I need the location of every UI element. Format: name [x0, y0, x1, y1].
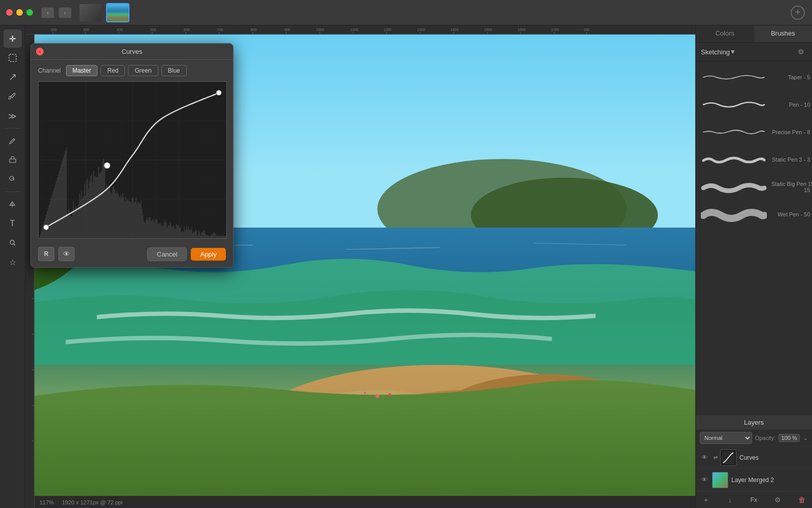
- preview-toggle-button[interactable]: 👁: [58, 247, 75, 261]
- curves-graph[interactable]: [38, 81, 226, 239]
- svg-text:1600: 1600: [518, 28, 526, 31]
- channel-blue-button[interactable]: Blue: [161, 65, 187, 76]
- svg-text:1400: 1400: [451, 28, 459, 31]
- back-button[interactable]: ‹: [41, 7, 54, 18]
- svg-text:200: 200: [51, 28, 57, 31]
- opacity-value: 100 %: [779, 434, 800, 442]
- add-layer-button[interactable]: +: [700, 494, 712, 506]
- pen-tool-button[interactable]: [4, 132, 22, 150]
- ruler-top-marks: 200 300 400 500 600 700 800 900 1000 110…: [35, 25, 695, 35]
- clone-tool-button[interactable]: [4, 170, 22, 188]
- brushes-category-chevron: ▼: [730, 48, 736, 55]
- brush-item-taper[interactable]: Taper - 5 px: [696, 64, 812, 91]
- brushes-settings-button[interactable]: ⚙: [795, 46, 807, 58]
- svg-point-3: [10, 240, 14, 244]
- fullscreen-window-button[interactable]: [26, 9, 33, 16]
- svg-text:1300: 1300: [417, 28, 425, 31]
- layers-section: Layers Normal Opacity: 100 % ⌄ 👁 ⇄: [696, 415, 812, 508]
- opacity-label: Opacity:: [755, 435, 775, 441]
- main-area: ✛ ≫ T ☆: [0, 25, 812, 508]
- channel-label: Channel: [38, 67, 61, 74]
- brush-list: Taper - 5 px Pen - 10 px Precise P: [696, 61, 812, 415]
- brush-item-static-pen[interactable]: Static Pen 3 - 3 px: [696, 146, 812, 173]
- blend-mode-select[interactable]: Normal: [700, 432, 752, 444]
- brush-item-precise-pen[interactable]: Precise Pen - 8 px: [696, 118, 812, 146]
- layers-footer: + ↓ Fx ⚙ 🗑: [696, 491, 812, 508]
- tab-thumbnail-2[interactable]: [106, 3, 129, 22]
- tab-colors[interactable]: Colors: [696, 25, 754, 42]
- fill-tool-button[interactable]: [4, 195, 22, 213]
- search-tool-button[interactable]: [4, 234, 22, 252]
- channel-red-button[interactable]: Red: [100, 65, 125, 76]
- fx-layer-button[interactable]: Fx: [748, 494, 760, 506]
- layer-item-merged[interactable]: 👁 Layer Merged 2: [696, 469, 812, 491]
- brush-preview-precise-pen: [701, 122, 767, 142]
- status-bar: 117% 1920 x 1271px @ 72 ppi: [35, 496, 695, 508]
- brush-preview-pen: [701, 94, 767, 115]
- layer-thumbnail-merged: [712, 472, 728, 488]
- layers-header: Layers: [696, 416, 812, 430]
- text-tool-button[interactable]: T: [4, 214, 22, 233]
- brush-item-pen[interactable]: Pen - 10 px: [696, 91, 812, 118]
- brush-label-static-big-pen: Static Big Pen 15 - 15 px: [767, 181, 812, 193]
- svg-point-61: [376, 394, 379, 398]
- apply-button[interactable]: Apply: [191, 248, 226, 261]
- channel-green-button[interactable]: Green: [128, 65, 158, 76]
- zoom-level: 117%: [40, 499, 54, 505]
- brush-tool-button[interactable]: [4, 87, 22, 106]
- svg-rect-0: [9, 54, 16, 61]
- curves-title: Curves: [121, 48, 142, 55]
- brush-label-taper: Taper - 5 px: [767, 74, 812, 80]
- layer-visibility-curves[interactable]: 👁: [700, 453, 709, 462]
- svg-text:1200: 1200: [384, 28, 392, 31]
- svg-text:600: 600: [184, 28, 190, 31]
- channel-row: Channel Master Red Green Blue: [31, 60, 233, 79]
- image-dimensions: 1920 x 1271px @ 72 ppi: [62, 499, 122, 505]
- svg-point-62: [364, 392, 366, 394]
- brushes-category-label: Sketching: [701, 48, 730, 56]
- right-panel: Colors Brushes Sketching ▼ ⚙ Taper - 5 p…: [695, 25, 812, 508]
- tab-brushes[interactable]: Brushes: [754, 25, 813, 42]
- delete-layer-button[interactable]: 🗑: [796, 494, 808, 506]
- curves-dialog: × Curves Channel Master Red Green Blue R…: [30, 43, 233, 268]
- forward-button[interactable]: ›: [58, 7, 72, 18]
- svg-text:1100: 1100: [350, 28, 358, 31]
- svg-text:180: 180: [584, 28, 590, 31]
- layer-visibility-merged[interactable]: 👁: [700, 475, 709, 485]
- add-tab-button[interactable]: +: [791, 6, 805, 20]
- close-window-button[interactable]: [6, 9, 13, 16]
- selection-tool-button[interactable]: [4, 49, 22, 67]
- brush-item-static-big-pen[interactable]: Static Big Pen 15 - 15 px: [696, 173, 812, 201]
- layer-item-curves[interactable]: 👁 ⇄ Curves: [696, 447, 812, 469]
- favorites-tool-button[interactable]: ☆: [4, 253, 22, 271]
- canvas-area[interactable]: 200 300 400 500 600 700 800 900 1000 110…: [25, 25, 695, 508]
- erase-tool-button[interactable]: [4, 151, 22, 169]
- layer-name-merged: Layer Merged 2: [731, 477, 808, 484]
- layer-settings-button[interactable]: ⚙: [772, 494, 784, 506]
- move-tool-button[interactable]: ✛: [4, 29, 22, 48]
- curves-canvas[interactable]: [38, 81, 227, 239]
- import-layer-button[interactable]: ↓: [724, 494, 736, 506]
- toolbar-divider-2: [5, 192, 20, 192]
- brush-preview-taper: [701, 67, 767, 87]
- svg-text:700: 700: [217, 28, 223, 31]
- svg-text:1700: 1700: [551, 28, 559, 31]
- transform-tool-button[interactable]: [4, 68, 22, 86]
- layer-name-curves: Curves: [739, 454, 808, 461]
- brush-preview-static-pen: [701, 149, 767, 170]
- minimize-window-button[interactable]: [16, 9, 23, 16]
- curves-close-button[interactable]: ×: [36, 48, 44, 55]
- brush-preview-wet-pen: [701, 204, 767, 225]
- opacity-chevron: ⌄: [803, 434, 808, 441]
- brush-item-wet-pen[interactable]: Wet Pen - 50 px: [696, 201, 812, 228]
- svg-text:1500: 1500: [484, 28, 492, 31]
- cancel-button[interactable]: Cancel: [147, 247, 187, 261]
- title-bar: ‹ › +: [0, 0, 812, 25]
- svg-text:400: 400: [117, 28, 123, 31]
- tab-thumbnail-1[interactable]: [79, 3, 102, 22]
- expand-tool-button[interactable]: ≫: [4, 107, 22, 125]
- reset-button[interactable]: R: [38, 247, 54, 261]
- curves-layer-icon: [720, 450, 736, 466]
- channel-master-button[interactable]: Master: [66, 65, 98, 76]
- brushes-header: Sketching ▼ ⚙: [696, 43, 812, 61]
